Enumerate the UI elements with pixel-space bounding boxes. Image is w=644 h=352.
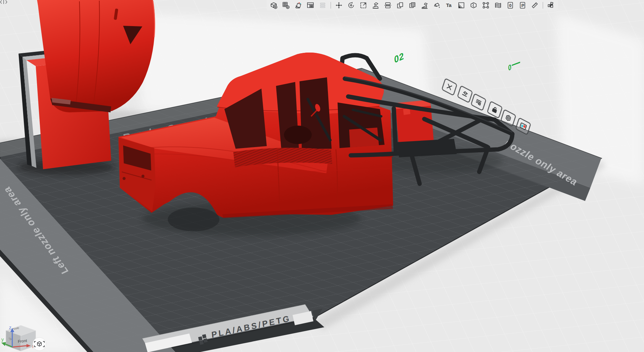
lay-flat-icon [461, 90, 469, 99]
axis-z-label: z [9, 325, 12, 330]
list-icon [475, 98, 483, 107]
toolbar-separator [331, 2, 331, 9]
plate-number-digit: 0 [508, 62, 512, 72]
close-icon [445, 82, 453, 92]
text-tool-button[interactable]: Ta [445, 1, 453, 10]
add-plate-button[interactable] [282, 1, 290, 10]
slicer-3d-view: Bambu Smooth P Left nozzle only area noz… [0, 0, 644, 352]
auto-arrange-button[interactable] [294, 1, 302, 10]
lay-on-face-button[interactable] [371, 1, 380, 10]
cut-tool-button[interactable] [384, 1, 392, 10]
axis-y-label: y [1, 336, 4, 342]
rotate-tool-button[interactable] [347, 1, 355, 10]
add-object-button[interactable] [269, 1, 278, 10]
fit-view-button[interactable] [33, 337, 46, 351]
measure-tool-button[interactable] [530, 1, 539, 10]
mesh-repair-button[interactable] [469, 1, 478, 10]
fill-pattern-button[interactable] [457, 1, 466, 10]
variable-layer-height-button[interactable] [494, 1, 502, 10]
collapse-icon [0, 0, 7, 4]
split-to-parts-button[interactable] [408, 1, 417, 10]
list-view-button[interactable] [318, 1, 327, 10]
paint-support-button[interactable] [420, 1, 429, 10]
nav-cube-front-label: Front [18, 338, 27, 344]
plate-zero-button[interactable]: 0 [506, 1, 515, 10]
layout-settings-button[interactable] [306, 1, 315, 10]
gear-icon [504, 113, 512, 123]
plate-p-glyph: P [522, 3, 525, 8]
select-frame-button[interactable] [482, 1, 490, 10]
viewport-3d[interactable]: Bambu Smooth P Left nozzle only area noz… [0, 0, 644, 352]
text-tool-glyph: Ta [446, 2, 452, 8]
split-to-objects-button[interactable] [396, 1, 404, 10]
plate-number-dash [512, 62, 520, 66]
scale-tool-button[interactable] [359, 1, 368, 10]
lock-icon [491, 105, 499, 114]
move-tool-button[interactable] [335, 1, 343, 10]
assembly-view-button[interactable] [547, 1, 555, 10]
panel-collapse-toggle[interactable] [0, 0, 7, 4]
plate-p-button[interactable]: P [518, 1, 527, 10]
plate-zero-glyph: 0 [509, 3, 512, 8]
toolbar-separator [543, 2, 543, 9]
wheel-arch-shadow [168, 208, 219, 231]
paint-color-button[interactable] [433, 1, 441, 10]
plate-type-icon [519, 121, 528, 131]
main-toolbar: Ta 0 P [267, 0, 558, 10]
